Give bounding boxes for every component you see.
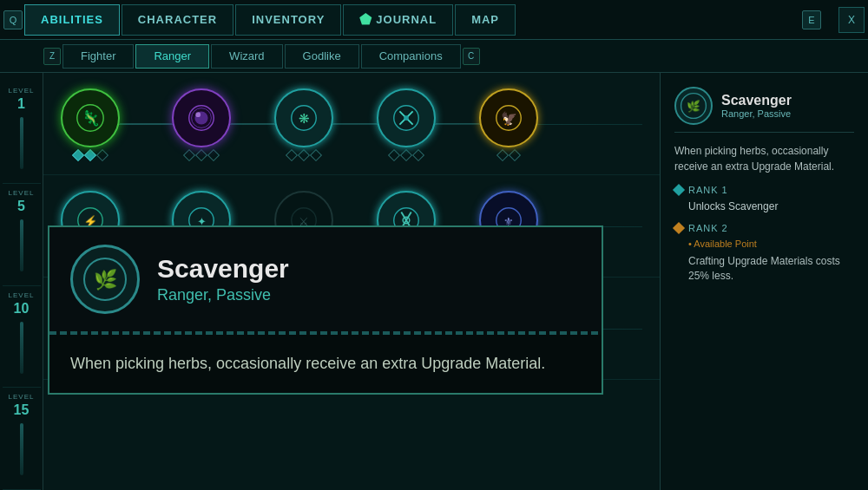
dot (496, 148, 509, 160)
dot (96, 148, 108, 160)
dot (195, 148, 207, 160)
ability-text: Scavenger Ranger, Passive (721, 93, 792, 119)
eagle-icon: 🦅 (492, 101, 525, 134)
level-15-indicator: LEVEL 15 (3, 388, 41, 490)
tooltip-top: 🌿 Scavenger Ranger, Passive (49, 227, 602, 331)
ability-icon: 🌿 (674, 87, 713, 125)
dot (310, 148, 322, 160)
rank2-available: • Available Point (674, 238, 854, 249)
sub-tab-wizard[interactable]: Wizard (211, 44, 282, 69)
skill-row-1: 🦎 (43, 73, 660, 175)
nav-tab-journal[interactable]: ⬟ JOURNAL (343, 4, 453, 36)
rank1-section: RANK 1 Unlocks Scavenger (674, 185, 854, 212)
skill-node-ranger[interactable]: ❋ (274, 88, 333, 147)
svg-text:🌿: 🌿 (94, 268, 118, 291)
ability-header: 🌿 Scavenger Ranger, Passive (674, 87, 854, 133)
dot (412, 148, 424, 160)
beast-icon: 🦎 (74, 101, 107, 134)
rank2-header: RANK 2 (674, 223, 854, 233)
skill-col-2 (172, 88, 231, 160)
level-1-indicator: LEVEL 1 (3, 82, 41, 184)
svg-text:🦅: 🦅 (501, 109, 517, 126)
sub-tab-companions[interactable]: Companions (361, 44, 461, 69)
skill-dots-5 (498, 151, 519, 160)
tooltip-name: Scavenger (157, 254, 289, 283)
close-button[interactable]: X (838, 7, 865, 33)
nav-key-q: Q (3, 10, 23, 29)
right-panel: 🌿 Scavenger Ranger, Passive When picking… (660, 73, 868, 490)
nav-tab-character[interactable]: CHARACTER (122, 4, 233, 36)
top-nav: Q ABILITIES CHARACTER INVENTORY ⬟ JOURNA… (0, 0, 868, 40)
nav-key-e: E (802, 10, 821, 29)
skill-node-beast[interactable]: 🦎 (61, 88, 120, 147)
dot (183, 148, 195, 160)
sub-tab-ranger[interactable]: Ranger (135, 44, 209, 69)
tooltip-body: When picking herbs, occasionally receive… (49, 335, 602, 393)
rank1-unlock: Unlocks Scavenger (674, 200, 854, 212)
sub-nav: Z Fighter Ranger Wizard Godlike Companio… (0, 40, 868, 73)
dot (298, 148, 310, 160)
level-sidebar: LEVEL 1 LEVEL 5 LEVEL 10 LEVEL 15 (0, 73, 43, 490)
sub-key-c: C (463, 48, 480, 65)
sub-tab-fighter[interactable]: Fighter (62, 44, 134, 69)
svg-text:🌿: 🌿 (687, 100, 700, 114)
rank2-diamond (673, 222, 685, 234)
skill-col-3: ❋ (274, 88, 333, 160)
dot (207, 148, 220, 160)
skill-node-orb[interactable] (172, 88, 231, 147)
ability-description: When picking herbs, occasionally receive… (674, 143, 854, 174)
arrows-icon (390, 101, 423, 134)
svg-point-4 (195, 112, 201, 117)
level-10-indicator: LEVEL 10 (3, 286, 41, 389)
tooltip-subtitle: Ranger, Passive (157, 286, 289, 304)
dot (388, 148, 400, 160)
skill-col-1: 🦎 (61, 88, 120, 160)
ability-subtitle: Ranger, Passive (721, 108, 792, 119)
rank2-desc: Crafting Upgrade Materials costs 25% les… (674, 254, 854, 284)
svg-text:🦎: 🦎 (82, 108, 101, 127)
skill-node-eagle[interactable]: 🦅 (479, 88, 538, 147)
sub-key-z: Z (43, 48, 61, 65)
dot (84, 148, 96, 160)
sub-tab-godlike[interactable]: Godlike (285, 44, 359, 69)
skill-dots-4 (390, 151, 423, 160)
dot (72, 148, 84, 160)
svg-point-11 (404, 115, 409, 121)
dot (286, 148, 298, 160)
ability-name: Scavenger (721, 93, 792, 108)
skill-col-4 (377, 88, 436, 160)
dot (400, 148, 412, 160)
skill-dots-3 (287, 151, 320, 160)
dot (509, 148, 521, 160)
ability-svg-icon: 🌿 (678, 90, 709, 121)
journal-icon: ⬟ (359, 11, 372, 28)
skill-dots-2 (185, 151, 218, 160)
orb-icon (185, 101, 218, 134)
svg-text:❋: ❋ (299, 110, 310, 125)
skill-node-arrows[interactable] (377, 88, 436, 147)
nav-tab-inventory[interactable]: INVENTORY (235, 4, 341, 36)
skill-col-5: 🦅 (479, 88, 538, 160)
tooltip-svg-icon: 🌿 (79, 253, 131, 305)
rank2-section: RANK 2 • Available Point Crafting Upgrad… (674, 223, 854, 284)
tooltip-popup: 🌿 Scavenger Ranger, Passive When picking… (48, 225, 603, 395)
tooltip-icon: 🌿 (70, 245, 140, 314)
nav-tab-map[interactable]: MAP (455, 4, 516, 36)
ranger-icon: ❋ (287, 101, 320, 134)
tooltip-text: Scavenger Ranger, Passive (157, 254, 289, 304)
tooltip-description: When picking herbs, occasionally receive… (70, 352, 581, 376)
rank1-header: RANK 1 (674, 185, 854, 195)
rank1-diamond (673, 184, 685, 196)
nav-tab-abilities[interactable]: ABILITIES (24, 4, 120, 36)
level-5-indicator: LEVEL 5 (3, 184, 41, 286)
skill-dots-1 (74, 151, 107, 160)
